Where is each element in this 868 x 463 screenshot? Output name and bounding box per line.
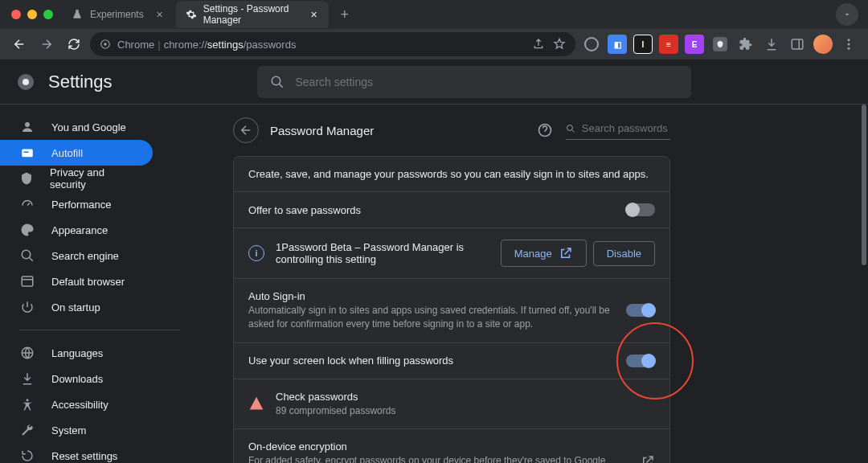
accessibility-icon — [19, 396, 35, 412]
page-header: Password Manager — [233, 104, 670, 156]
new-tab-button[interactable]: + — [334, 3, 356, 26]
info-icon: i — [248, 245, 264, 261]
svg-rect-2 — [792, 39, 803, 49]
wrench-icon — [19, 422, 35, 438]
svg-point-8 — [272, 76, 280, 85]
tab-settings-passwords[interactable]: Settings - Password Manager × — [176, 1, 329, 28]
globe-icon — [19, 345, 35, 361]
svg-point-17 — [567, 125, 572, 130]
extension-3-icon[interactable]: I — [632, 33, 654, 55]
downloads-icon[interactable] — [760, 33, 783, 55]
svg-point-9 — [25, 122, 30, 127]
search-passwords-input[interactable] — [582, 122, 670, 134]
page-title: Password Manager — [270, 124, 524, 137]
encryption-desc: For added safety, encrypt passwords on y… — [248, 454, 641, 463]
tab-overflow-button[interactable] — [836, 3, 858, 26]
tab-label: Settings - Password Manager — [203, 3, 300, 26]
offer-save-toggle[interactable] — [626, 203, 655, 216]
external-link-icon — [641, 454, 655, 463]
sidebar-item-performance[interactable]: Performance — [0, 191, 153, 217]
extension-5-icon[interactable]: E — [683, 33, 706, 55]
sidebar-item-appearance[interactable]: Appearance — [0, 217, 153, 243]
warning-icon — [248, 395, 264, 412]
screen-lock-toggle[interactable] — [626, 354, 655, 367]
person-icon — [19, 119, 35, 135]
sidebar-item-autofill[interactable]: Autofill — [0, 140, 153, 166]
search-passwords-box[interactable] — [566, 121, 670, 140]
reload-button[interactable] — [63, 33, 85, 55]
svg-point-5 — [848, 47, 850, 50]
tab-label: Experiments — [90, 9, 144, 20]
bookmark-star-icon[interactable] — [553, 38, 566, 51]
sidebar-item-system[interactable]: System — [0, 417, 153, 443]
download-icon — [19, 371, 35, 387]
sidebar-divider — [19, 330, 180, 330]
svg-rect-11 — [24, 152, 29, 154]
window-controls — [0, 0, 64, 29]
sidebar-item-languages[interactable]: Languages — [0, 340, 153, 366]
external-link-icon — [559, 246, 573, 260]
close-tab-icon[interactable]: × — [154, 8, 166, 21]
settings-sidebar: You and Google Autofill Privacy and secu… — [0, 104, 206, 463]
card-icon — [19, 145, 35, 161]
browser-toolbar: Chrome | chrome://settings/passwords ◧ I… — [0, 29, 868, 59]
profile-avatar[interactable] — [812, 33, 834, 55]
settings-title: Settings — [48, 72, 113, 92]
sidebar-item-downloads[interactable]: Downloads — [0, 366, 153, 391]
sidebar-item-default-browser[interactable]: Default browser — [0, 268, 153, 294]
tune-icon — [100, 39, 111, 50]
extension-4-icon[interactable]: ≡ — [657, 33, 680, 55]
speed-icon — [19, 196, 35, 212]
tabs-bar: Experiments × Settings - Password Manage… — [0, 0, 868, 29]
flask-icon — [71, 8, 84, 21]
palette-icon — [19, 222, 35, 238]
window-icon — [19, 273, 35, 289]
share-icon[interactable] — [532, 38, 545, 51]
svg-point-7 — [23, 79, 29, 85]
back-arrow-button[interactable] — [233, 117, 259, 143]
reset-icon — [19, 448, 35, 463]
encryption-title: On-device encryption — [248, 440, 641, 453]
scrollbar[interactable] — [862, 104, 866, 265]
svg-rect-13 — [22, 277, 33, 286]
sidebar-item-privacy[interactable]: Privacy and security — [0, 166, 153, 191]
tab-experiments[interactable]: Experiments × — [61, 1, 176, 28]
auto-signin-toggle[interactable] — [626, 304, 655, 317]
close-tab-icon[interactable]: × — [309, 8, 319, 21]
extension-1-icon[interactable] — [580, 33, 603, 55]
sidebar-item-search-engine[interactable]: Search engine — [0, 243, 153, 268]
settings-search-input[interactable] — [296, 76, 678, 88]
extensions-puzzle-icon[interactable] — [735, 33, 757, 55]
maximize-window-button[interactable] — [43, 10, 53, 19]
sidebar-item-on-startup[interactable]: On startup — [0, 294, 153, 320]
intro-text: Create, save, and manage your passwords … — [248, 168, 655, 180]
forward-button[interactable] — [35, 33, 58, 55]
svg-point-12 — [22, 250, 31, 259]
settings-header: Settings — [0, 59, 868, 104]
minimize-window-button[interactable] — [27, 10, 37, 19]
offer-save-label: Offer to save passwords — [248, 204, 626, 216]
settings-search-box[interactable] — [257, 66, 691, 98]
close-window-button[interactable] — [11, 10, 21, 19]
shield-icon — [19, 170, 34, 186]
svg-rect-10 — [22, 150, 33, 158]
help-icon[interactable] — [535, 121, 555, 140]
address-bar[interactable]: Chrome | chrome://settings/passwords — [90, 32, 575, 56]
side-panel-icon[interactable] — [786, 33, 809, 55]
extension-icons: ◧ I ≡ E — [580, 33, 860, 55]
back-button[interactable] — [8, 33, 31, 55]
manage-button[interactable]: Manage — [501, 240, 587, 267]
url-text: Chrome | chrome://settings/passwords — [117, 39, 296, 51]
disable-button[interactable]: Disable — [593, 241, 655, 266]
encryption-row[interactable]: On-device encryption For added safety, e… — [234, 428, 669, 463]
power-icon — [19, 299, 35, 315]
sidebar-item-reset[interactable]: Reset settings — [0, 443, 153, 463]
auto-signin-desc: Automatically sign in to sites and apps … — [248, 304, 626, 331]
svg-point-1 — [104, 43, 107, 46]
sidebar-item-you-and-google[interactable]: You and Google — [0, 114, 153, 140]
controller-text: 1Password Beta – Password Manager is con… — [276, 241, 501, 265]
menu-button[interactable] — [837, 33, 860, 55]
extension-2-icon[interactable]: ◧ — [606, 33, 628, 55]
sidebar-item-accessibility[interactable]: Accessibility — [0, 391, 153, 417]
extension-6-icon[interactable] — [709, 33, 731, 55]
